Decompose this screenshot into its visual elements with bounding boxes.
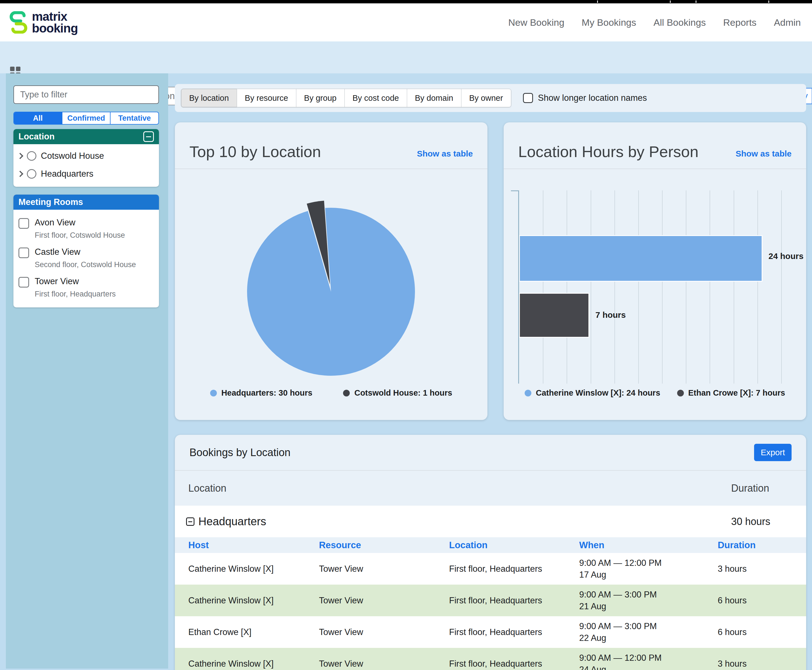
location-item-label[interactable]: Cotswold House xyxy=(41,151,104,161)
legend-dot xyxy=(343,390,350,396)
legend-item: Ethan Crowe [X]: 7 hours xyxy=(677,388,785,398)
legend-item: Catherine Winslow [X]: 24 hours xyxy=(525,388,660,398)
bookings-column-headers: Host Resource Location When Duration xyxy=(175,537,806,553)
logo-text: matrix booking xyxy=(32,11,78,34)
collapse-group-icon[interactable] xyxy=(186,518,194,526)
location-pie-chart xyxy=(233,194,429,390)
tab-by-domain[interactable]: By domain xyxy=(407,89,461,107)
legend-dot xyxy=(677,390,684,396)
bar-catherine-winslow xyxy=(519,235,763,282)
grouping-tabs: By location By resource By group By cost… xyxy=(181,89,511,107)
browser-chrome-strip xyxy=(0,0,812,3)
status-tab-all[interactable]: All xyxy=(14,112,62,124)
booking-row: Catherine Winslow [X] Tower View First f… xyxy=(175,648,806,670)
room-list-item: Tower View First floor, Headquarters xyxy=(14,272,159,301)
location-panel-title: Location xyxy=(19,132,54,142)
legend-dot xyxy=(525,390,531,396)
meeting-rooms-panel: Meeting Rooms Avon View First floor, Cot… xyxy=(14,195,159,308)
group-duration: 30 hours xyxy=(731,516,770,528)
rooms-panel-title: Meeting Rooms xyxy=(19,197,83,207)
room-location: First floor, Cotswold House xyxy=(35,231,125,240)
location-panel-header: Location xyxy=(14,129,159,144)
bar-legend: Catherine Winslow [X]: 24 hours Ethan Cr… xyxy=(504,388,806,398)
nav-reports[interactable]: Reports xyxy=(723,17,756,28)
room-name[interactable]: Castle View xyxy=(35,247,136,257)
expand-chevron-icon[interactable] xyxy=(17,171,24,177)
col-host[interactable]: Host xyxy=(188,540,319,550)
collapse-panel-icon[interactable] xyxy=(143,131,154,142)
filter-sidebar: All Confirmed Tentative Location Cotswol… xyxy=(6,73,168,668)
room-name[interactable]: Avon View xyxy=(35,218,125,228)
pie-card-title: Top 10 by Location xyxy=(189,142,321,161)
tab-by-location[interactable]: By location xyxy=(181,89,237,107)
location-item-label[interactable]: Headquarters xyxy=(41,169,93,179)
outer-location-header: Location xyxy=(188,482,226,494)
bookings-by-location-section: Bookings by Location Export Location Dur… xyxy=(175,435,806,670)
grouping-tabs-bar: By location By resource By group By cost… xyxy=(175,84,806,112)
outer-duration-header: Duration xyxy=(731,482,769,494)
booking-row: Catherine Winslow [X] Tower View First f… xyxy=(175,553,806,585)
room-checkbox[interactable] xyxy=(19,218,29,229)
longer-names-checkbox[interactable] xyxy=(523,93,533,103)
room-list-item: Avon View First floor, Cotswold House xyxy=(14,213,159,242)
export-button[interactable]: Export xyxy=(754,444,792,461)
bar-card-header: Location Hours by Person Show as table xyxy=(504,122,806,169)
nav-my-bookings[interactable]: My Bookings xyxy=(582,17,636,28)
location-radio[interactable] xyxy=(27,151,36,161)
legend-item: Cotswold House: 1 hours xyxy=(343,388,452,398)
nav-admin[interactable]: Admin xyxy=(774,17,801,28)
expand-chevron-icon[interactable] xyxy=(17,153,24,159)
location-tree-item: Headquarters xyxy=(14,165,159,183)
bar-show-as-table-link[interactable]: Show as table xyxy=(736,149,792,161)
bar-card-title: Location Hours by Person xyxy=(518,142,699,161)
app-header: matrix booking New Booking My Bookings A… xyxy=(0,3,812,41)
bar-value-label: 24 hours xyxy=(769,251,804,261)
location-hours-card: Location Hours by Person Show as table 2… xyxy=(504,122,806,420)
room-name[interactable]: Tower View xyxy=(35,276,116,286)
matrix-logo-icon xyxy=(10,11,27,34)
bookings-outer-header: Location Duration xyxy=(175,470,806,506)
rooms-panel-header: Meeting Rooms xyxy=(14,195,159,210)
tab-by-group[interactable]: By group xyxy=(296,89,345,107)
col-when[interactable]: When xyxy=(579,540,718,550)
matrix-booking-logo[interactable]: matrix booking xyxy=(10,11,78,34)
top10-location-card: Top 10 by Location Show as table Headqua… xyxy=(175,122,488,420)
nav-all-bookings[interactable]: All Bookings xyxy=(653,17,706,28)
location-filter-panel: Location Cotswold House Headquarters xyxy=(14,129,159,187)
room-list-item: Castle View Second floor, Cotswold House xyxy=(14,242,159,272)
booking-row: Ethan Crowe [X] Tower View First floor, … xyxy=(175,616,806,648)
location-tree-item: Cotswold House xyxy=(14,147,159,165)
pie-legend: Headquarters: 30 hours Cotswold House: 1… xyxy=(175,388,488,398)
booking-row: Catherine Winslow [X] Tower View First f… xyxy=(175,585,806,616)
tab-by-resource[interactable]: By resource xyxy=(237,89,296,107)
hours-bar-chart: 24 hours 7 hours xyxy=(518,190,781,384)
bar-value-label: 7 hours xyxy=(596,310,626,320)
col-location[interactable]: Location xyxy=(449,540,579,550)
nav-new-booking[interactable]: New Booking xyxy=(508,17,564,28)
pie-card-header: Top 10 by Location Show as table xyxy=(175,122,488,169)
status-tab-confirmed[interactable]: Confirmed xyxy=(62,112,110,124)
tab-by-owner[interactable]: By owner xyxy=(461,89,511,107)
room-checkbox[interactable] xyxy=(19,247,29,258)
bookings-title: Bookings by Location xyxy=(189,447,290,459)
bookings-header: Bookings by Location Export xyxy=(175,435,806,470)
col-resource[interactable]: Resource xyxy=(319,540,449,550)
legend-item: Headquarters: 30 hours xyxy=(210,388,312,398)
tab-by-cost-code[interactable]: By cost code xyxy=(344,89,407,107)
col-duration[interactable]: Duration xyxy=(718,540,793,550)
room-location: First floor, Headquarters xyxy=(35,290,116,298)
pie-show-as-table-link[interactable]: Show as table xyxy=(417,149,473,161)
longer-names-label: Show longer location names xyxy=(538,93,647,103)
sidebar-filter-input[interactable] xyxy=(14,85,159,104)
search-toolbar: Meeting Rooms 17/08/2023 – 31/12/9999 Se… xyxy=(0,41,812,73)
status-tab-tentative[interactable]: Tentative xyxy=(110,112,159,124)
room-location: Second floor, Cotswold House xyxy=(35,261,136,269)
location-radio[interactable] xyxy=(27,169,36,179)
group-name: Headquarters xyxy=(198,515,266,528)
main-nav: New Booking My Bookings All Bookings Rep… xyxy=(508,17,801,28)
status-tabs: All Confirmed Tentative xyxy=(14,112,159,125)
bar-ethan-crowe xyxy=(519,293,589,338)
room-checkbox[interactable] xyxy=(19,277,29,288)
legend-dot xyxy=(210,390,217,396)
location-group-row: Headquarters 30 hours xyxy=(175,506,806,537)
